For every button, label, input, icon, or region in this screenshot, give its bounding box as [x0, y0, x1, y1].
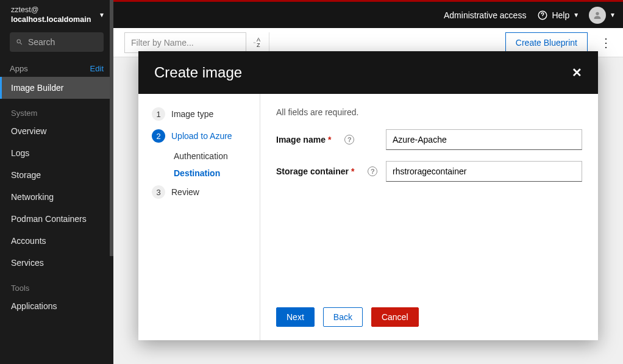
- search-input-wrap[interactable]: [10, 32, 104, 52]
- help-icon[interactable]: ?: [344, 135, 354, 145]
- storage-container-input[interactable]: [386, 161, 582, 182]
- chevron-down-icon: ▼: [573, 12, 579, 18]
- storage-container-label: Storage container* ?: [276, 166, 386, 176]
- cancel-button[interactable]: Cancel: [371, 307, 419, 327]
- apps-edit-link[interactable]: Edit: [90, 64, 104, 73]
- search-icon: [16, 38, 23, 46]
- wizard-substep-authentication[interactable]: Authentication: [174, 151, 247, 161]
- wizard-step-review[interactable]: 3 Review: [152, 185, 247, 199]
- sidebar-item-overview[interactable]: Overview: [0, 120, 113, 142]
- host-selector[interactable]: zztest@ localhost.localdomain ▼: [0, 0, 113, 29]
- sidebar-item-logs[interactable]: Logs: [0, 142, 113, 164]
- wizard-substep-destination[interactable]: Destination: [174, 168, 247, 178]
- user-icon: [593, 10, 602, 20]
- wizard-nav: 1 Image type 2 Upload to Azure Authentic…: [138, 94, 260, 340]
- svg-point-1: [543, 17, 543, 18]
- wizard-step-upload-azure[interactable]: 2 Upload to Azure: [152, 129, 247, 143]
- next-button[interactable]: Next: [276, 307, 315, 327]
- host-domain: localhost.localdomain: [11, 15, 91, 24]
- tools-section-label: Tools: [0, 274, 113, 295]
- create-image-modal: Create image ✕ 1 Image type 2 Upload to …: [138, 51, 598, 340]
- topbar: Administrative access Help ▼ ▼: [113, 0, 623, 28]
- back-button[interactable]: Back: [323, 307, 363, 327]
- sidebar-item-networking[interactable]: Networking: [0, 186, 113, 208]
- apps-section-label: Apps: [10, 64, 28, 73]
- chevron-down-icon: ▼: [610, 12, 616, 18]
- sidebar-item-podman[interactable]: Podman Containers: [0, 208, 113, 230]
- search-input[interactable]: [28, 37, 98, 47]
- host-user: zztest@: [11, 5, 91, 15]
- sidebar-item-image-builder[interactable]: Image Builder: [0, 77, 113, 99]
- help-icon: [537, 10, 548, 21]
- modal-backdrop: Create image ✕ 1 Image type 2 Upload to …: [113, 28, 623, 364]
- close-icon[interactable]: ✕: [572, 65, 582, 80]
- chevron-down-icon: ▼: [99, 12, 105, 18]
- modal-title: Create image: [154, 64, 242, 81]
- required-note: All fields are required.: [276, 107, 582, 117]
- user-menu[interactable]: [589, 7, 606, 24]
- sidebar-item-services[interactable]: Services: [0, 252, 113, 274]
- system-section-label: System: [0, 99, 113, 120]
- sidebar-item-storage[interactable]: Storage: [0, 164, 113, 186]
- svg-point-2: [596, 12, 599, 15]
- image-name-input[interactable]: [386, 129, 582, 150]
- step-number: 1: [152, 107, 165, 121]
- step-number: 2: [152, 129, 165, 143]
- wizard-content: All fields are required. Image name* ? S…: [260, 94, 598, 340]
- help-menu[interactable]: Help ▼: [537, 10, 579, 21]
- admin-access-label[interactable]: Administrative access: [444, 10, 526, 20]
- help-label: Help: [552, 10, 569, 20]
- wizard-step-image-type[interactable]: 1 Image type: [152, 107, 247, 121]
- sidebar: zztest@ localhost.localdomain ▼ Apps Edi…: [0, 0, 113, 364]
- image-name-label: Image name* ?: [276, 135, 386, 145]
- sidebar-item-applications[interactable]: Applications: [0, 295, 113, 317]
- sidebar-item-accounts[interactable]: Accounts: [0, 230, 113, 252]
- step-number: 3: [152, 185, 165, 199]
- help-icon[interactable]: ?: [368, 166, 377, 176]
